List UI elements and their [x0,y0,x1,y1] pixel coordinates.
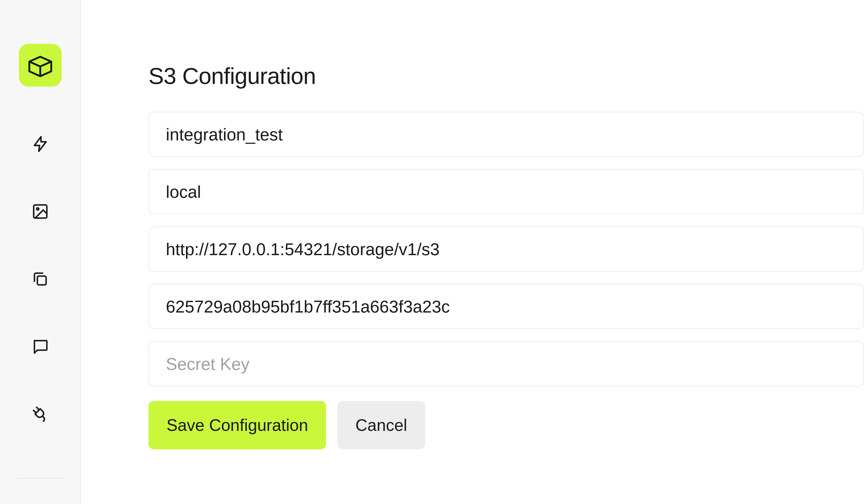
copy-icon [32,270,49,288]
lightning-icon [32,135,49,153]
config-form: Save Configuration Cancel [148,112,864,449]
sidebar-divider [18,478,63,479]
svg-point-1 [37,208,39,210]
button-row: Save Configuration Cancel [148,401,864,449]
endpoint-input[interactable] [148,227,864,272]
chat-icon [32,338,49,355]
nav-icons [18,134,63,479]
app-logo[interactable] [19,44,62,87]
svg-rect-2 [37,276,46,285]
plug-icon [32,405,49,423]
access-key-input[interactable] [148,284,864,329]
image-icon [32,203,49,220]
nav-chat[interactable] [30,336,50,357]
cancel-button[interactable]: Cancel [337,401,425,449]
save-button[interactable]: Save Configuration [148,401,326,449]
page-title: S3 Configuration [148,63,864,89]
bucket-input[interactable] [148,112,864,157]
nav-image[interactable] [30,201,50,221]
nav-copy[interactable] [30,269,50,289]
nav-lightning[interactable] [30,134,50,154]
main-content: S3 Configuration Save Configuration Canc… [81,0,864,504]
nav-plug[interactable] [30,404,50,424]
cube-icon [26,51,55,80]
region-input[interactable] [148,169,864,214]
secret-key-input[interactable] [148,341,864,386]
sidebar [0,0,81,504]
